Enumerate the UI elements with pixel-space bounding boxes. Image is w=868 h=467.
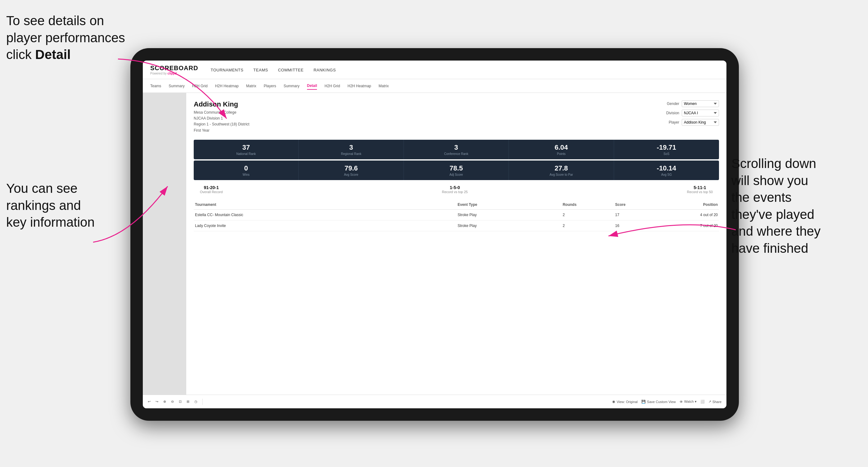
view-icon: ◉ <box>612 400 615 404</box>
division-select[interactable]: NJCAA I <box>682 110 719 117</box>
sub-nav-h2hgrid[interactable]: H2H Grid <box>192 83 208 89</box>
table-row: Lady Coyote Invite Stroke Play 2 16 7 ou… <box>194 220 719 231</box>
td-rounds-1: 2 <box>561 209 614 220</box>
stat-points: 6.04 Points <box>509 140 614 159</box>
sub-nav-matrix[interactable]: Matrix <box>246 83 256 89</box>
undo-button[interactable]: ↩ <box>148 400 151 404</box>
top-nav-links: TOURNAMENTS TEAMS COMMITTEE RANKINGS <box>211 67 336 73</box>
td-tournament-1: Estella CC- Mountain Classic <box>194 209 456 220</box>
tablet-screen: SCOREBOARD Powered by clippd TOURNAMENTS… <box>143 61 726 408</box>
player-label: Player <box>661 120 679 125</box>
td-rounds-2: 2 <box>561 220 614 231</box>
sub-nav-summary2[interactable]: Summary <box>283 83 299 89</box>
gender-select[interactable]: Women <box>682 100 719 107</box>
content-area: Addison King Mesa Community College NJCA… <box>186 93 726 395</box>
player-filters: Gender Women Division NJCAA I <box>661 100 719 126</box>
save-icon: 💾 <box>641 400 646 404</box>
th-rounds: Rounds <box>561 200 614 210</box>
player-info: Addison King Mesa Community College NJCA… <box>194 100 249 133</box>
sub-nav: Teams Summary H2H Grid H2H Heatmap Matri… <box>143 79 726 93</box>
stat-avg-sg: -10.14 Avg SG <box>614 160 719 180</box>
watch-button[interactable]: 👁 Watch ▾ <box>680 400 696 404</box>
td-type-2: Stroke Play <box>456 220 561 231</box>
stat-adj-score: 78.5 Adj Score <box>404 160 509 180</box>
player-name: Addison King <box>194 100 249 108</box>
share-icon: ↗ <box>708 400 711 404</box>
records-row: 91-20-1 Overall Record 1-5-0 Record vs t… <box>194 185 719 194</box>
player-select[interactable]: Addison King <box>682 119 719 126</box>
main-content: Addison King Mesa Community College NJCA… <box>143 93 726 395</box>
record-top25: 1-5-0 Record vs top 25 <box>442 185 468 194</box>
grid-button[interactable]: ⊞ <box>187 400 189 404</box>
gender-label: Gender <box>661 101 679 106</box>
logo-powered: Powered by clippd <box>150 72 198 75</box>
division-filter-row: Division NJCAA I <box>661 110 719 117</box>
save-custom-view-button[interactable]: 💾 Save Custom View <box>641 400 676 404</box>
logo-area: SCOREBOARD Powered by clippd <box>150 65 198 75</box>
eye-icon: 👁 <box>680 400 683 404</box>
td-type-1: Stroke Play <box>456 209 561 220</box>
th-event-type: Event Type <box>456 200 561 210</box>
annotation-right: Scrolling down will show you the events … <box>732 155 862 257</box>
nav-tournaments[interactable]: TOURNAMENTS <box>211 67 243 73</box>
tournament-table: Tournament Event Type Rounds Score Posit… <box>194 200 719 231</box>
td-tournament-2: Lady Coyote Invite <box>194 220 456 231</box>
clock-button[interactable]: ◷ <box>194 400 197 404</box>
redo-button[interactable]: ↪ <box>156 400 158 404</box>
screen-button[interactable]: ⬜ <box>700 400 705 404</box>
th-score: Score <box>614 200 666 210</box>
logo-scoreboard: SCOREBOARD <box>150 65 198 72</box>
player-college: Mesa Community College <box>194 110 236 115</box>
sub-nav-detail[interactable]: Detail <box>307 82 317 90</box>
sub-nav-players[interactable]: Players <box>264 83 276 89</box>
sidebar <box>143 93 186 395</box>
zoom-in-button[interactable]: ⊕ <box>163 400 166 404</box>
stat-regional-rank: 3 Regional Rank <box>299 140 404 159</box>
stat-conference-rank: 3 Conference Rank <box>404 140 509 159</box>
td-position-1: 4 out of 20 <box>666 209 719 220</box>
player-division: NJCAA Division 1 <box>194 116 223 121</box>
gender-filter-row: Gender Women <box>661 100 719 107</box>
sub-nav-h2hheatmap[interactable]: H2H Heatmap <box>215 83 239 89</box>
sub-nav-summary[interactable]: Summary <box>168 83 184 89</box>
th-tournament: Tournament <box>194 200 456 210</box>
sub-nav-teams[interactable]: Teams <box>150 83 161 89</box>
record-top50: 5-11-1 Record vs top 50 <box>687 185 713 194</box>
table-row: Estella CC- Mountain Classic Stroke Play… <box>194 209 719 220</box>
share-button[interactable]: ↗ Share <box>708 400 721 404</box>
tablet: SCOREBOARD Powered by clippd TOURNAMENTS… <box>130 48 739 421</box>
top-nav: SCOREBOARD Powered by clippd TOURNAMENTS… <box>143 61 726 79</box>
toolbar-separator <box>203 399 203 405</box>
record-overall: 91-20-1 Overall Record <box>200 185 223 194</box>
fit-button[interactable]: ⊡ <box>179 400 182 404</box>
division-label: Division <box>661 111 679 115</box>
nav-committee[interactable]: COMMITTEE <box>278 67 304 73</box>
bottom-toolbar: ↩ ↪ ⊕ ⊖ ⊡ ⊞ ◷ ◉ View: Original 💾 Save Cu… <box>143 395 726 408</box>
stats-row2: 0 Wins 79.6 Avg Score 78.5 Adj Score 27.… <box>194 160 719 180</box>
sub-nav-matrix2[interactable]: Matrix <box>379 83 389 89</box>
annotation-top-left: To see details on player performances cl… <box>6 12 130 63</box>
zoom-out-button[interactable]: ⊖ <box>171 400 174 404</box>
td-score-2: 16 <box>614 220 666 231</box>
stats-row1: 37 National Rank 3 Regional Rank 3 Confe… <box>194 140 719 159</box>
stat-avg-score: 79.6 Avg Score <box>299 160 404 180</box>
player-filter-row: Player Addison King <box>661 119 719 126</box>
player-header: Addison King Mesa Community College NJCA… <box>194 100 719 133</box>
sub-nav-h2hheatmap2[interactable]: H2H Heatmap <box>347 83 371 89</box>
player-region: Region 1 - Southwest (18) District <box>194 122 249 126</box>
stat-sos: -19.71 SoS <box>614 140 719 159</box>
nav-teams[interactable]: TEAMS <box>253 67 268 73</box>
stat-wins: 0 Wins <box>194 160 299 180</box>
view-original-button[interactable]: ◉ View: Original <box>612 400 638 404</box>
th-position: Position <box>666 200 719 210</box>
stat-avg-score-par: 27.8 Avg Score to Par <box>509 160 614 180</box>
nav-rankings[interactable]: RANKINGS <box>314 67 336 73</box>
player-year: First Year <box>194 128 210 132</box>
td-position-2: 7 out of 20 <box>666 220 719 231</box>
annotation-bottom-left: You can see rankings and key information <box>6 180 124 231</box>
toolbar-right: ◉ View: Original 💾 Save Custom View 👁 Wa… <box>612 400 721 404</box>
sub-nav-h2hgrid2[interactable]: H2H Grid <box>324 83 340 89</box>
td-score-1: 17 <box>614 209 666 220</box>
stat-national-rank: 37 National Rank <box>194 140 299 159</box>
